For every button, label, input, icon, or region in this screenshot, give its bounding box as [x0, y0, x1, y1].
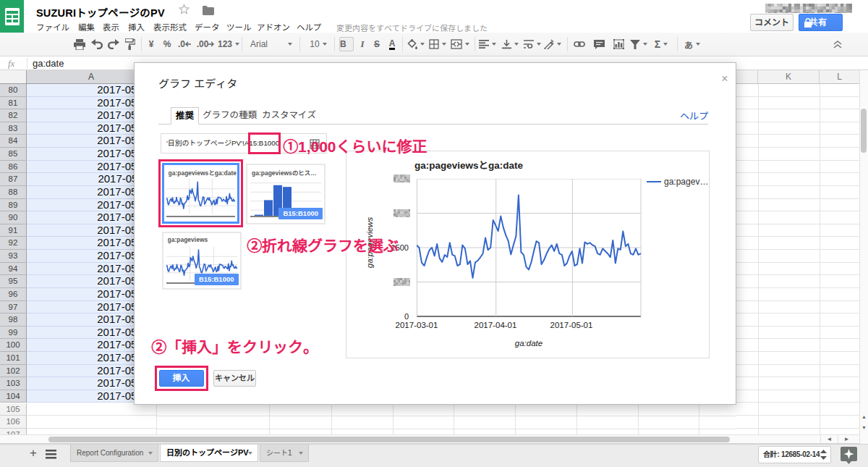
text-color-button[interactable]: A [385, 33, 399, 56]
row-header-102[interactable]: 102 [0, 365, 27, 378]
row-header-107[interactable]: 107 [0, 429, 27, 434]
row-header-90[interactable]: 90 [0, 211, 27, 224]
grid-corner-box[interactable] [0, 70, 27, 84]
font-size-selector[interactable]: 10 [304, 33, 333, 56]
data-range-input[interactable]: '日別のトップページPV'!A15:B1000 [161, 133, 327, 153]
row-header-85[interactable]: 85 [0, 148, 27, 161]
column-header-j-sliver[interactable] [736, 70, 758, 84]
scroll-right-button[interactable]: ► [838, 434, 855, 444]
cell-a105[interactable] [27, 403, 156, 416]
folder-icon[interactable] [203, 5, 214, 18]
row-header-104[interactable]: 104 [0, 390, 27, 403]
menu-1[interactable]: ファイル [36, 21, 69, 33]
paint-format-icon[interactable] [123, 33, 137, 56]
share-button[interactable]: 共有 [799, 14, 843, 31]
menu-2[interactable]: 編集 [78, 21, 95, 33]
row-header-81[interactable]: 81 [0, 97, 27, 110]
row-header-95[interactable]: 95 [0, 275, 27, 288]
suggestion-card-line-date[interactable]: ga:pageviewsとga:date [162, 163, 239, 224]
row-header-84[interactable]: 84 [0, 135, 27, 148]
insert-link-button[interactable] [571, 33, 587, 56]
row-header-88[interactable]: 88 [0, 186, 27, 199]
row-header-80[interactable]: 80 [0, 84, 27, 97]
explore-button[interactable] [841, 447, 857, 464]
number-format-menu[interactable]: 123 [218, 33, 239, 56]
sheets-logo[interactable] [0, 0, 24, 33]
menu-3[interactable]: 表示 [103, 21, 119, 33]
sheet-tab-3[interactable]: シート1 [260, 445, 309, 462]
add-sheet-button[interactable]: + [26, 446, 41, 460]
vertical-align-button[interactable] [501, 33, 519, 56]
print-icon[interactable] [72, 33, 87, 56]
menu-8[interactable]: アドオン [257, 21, 290, 33]
tab-chart-types[interactable]: グラフの種類 [198, 107, 261, 125]
italic-button[interactable]: I [356, 33, 369, 56]
select-range-icon[interactable] [310, 139, 320, 152]
percent-format-icon[interactable]: % [161, 33, 174, 56]
row-header-92[interactable]: 92 [0, 237, 27, 250]
insert-chart-button[interactable] [610, 33, 626, 56]
cancel-button[interactable]: キャンセル [213, 370, 256, 387]
row-header-106[interactable]: 106 [0, 416, 27, 429]
currency-format-icon[interactable]: ¥ [145, 33, 158, 56]
row-header-98[interactable]: 98 [0, 314, 27, 327]
column-header-k[interactable]: K [758, 70, 820, 84]
insert-button[interactable]: 挿入 [159, 370, 204, 387]
horizontal-align-button[interactable] [478, 33, 497, 56]
scroll-left-button[interactable]: ◄ [820, 434, 838, 444]
row-header-93[interactable]: 93 [0, 250, 27, 263]
input-tools-button[interactable]: あ [681, 33, 703, 56]
filter-button[interactable] [629, 33, 648, 56]
row-header-91[interactable]: 91 [0, 224, 27, 237]
decrease-decimal-icon[interactable]: .0 [176, 33, 193, 56]
row-header-87[interactable]: 87 [0, 173, 27, 186]
row-header-96[interactable]: 96 [0, 288, 27, 301]
sum-status-box[interactable]: 合計: 12685-02-14 [758, 446, 831, 463]
row-header-100[interactable]: 100 [0, 339, 27, 352]
tab-customize[interactable]: カスタマイズ [258, 107, 320, 125]
text-wrap-button[interactable] [523, 33, 542, 56]
comments-button[interactable]: コメント [750, 14, 793, 31]
formula-bar-value[interactable]: ga:date [33, 58, 64, 69]
row-header-103[interactable]: 103 [0, 377, 27, 390]
fill-color-button[interactable] [407, 33, 425, 56]
menu-6[interactable]: データ [195, 21, 220, 33]
horizontal-scrollbar-thumb[interactable] [48, 437, 730, 442]
row-header-97[interactable]: 97 [0, 301, 27, 314]
menu-4[interactable]: 挿入 [128, 21, 145, 33]
cell-a107[interactable] [27, 429, 156, 434]
bold-button[interactable]: B [339, 33, 354, 56]
column-header-l[interactable]: L [820, 70, 859, 84]
redo-icon[interactable] [106, 33, 121, 56]
tab-recommended[interactable]: 推奨 [171, 107, 199, 125]
borders-button[interactable] [428, 33, 447, 56]
suggestion-card-line[interactable]: ga:pageviews B15:B1000 [162, 232, 242, 290]
star-icon[interactable] [178, 4, 190, 18]
insert-comment-button[interactable] [591, 33, 607, 56]
row-header-89[interactable]: 89 [0, 199, 27, 212]
scroll-down-button[interactable]: ▼ [859, 422, 868, 433]
close-icon[interactable]: × [718, 72, 732, 86]
row-header-94[interactable]: 94 [0, 263, 27, 276]
help-link[interactable]: ヘルプ [680, 109, 708, 122]
vertical-scrollbar-thumb[interactable] [861, 109, 867, 153]
merge-cells-button[interactable] [450, 33, 470, 56]
functions-button[interactable]: Σ [651, 33, 671, 56]
sheet-tab-1[interactable]: Report Configuration [70, 445, 158, 462]
row-header-86[interactable]: 86 [0, 161, 27, 174]
menu-7[interactable]: ツール [226, 21, 252, 33]
suggestion-card-histogram[interactable]: ga:pageviewsのヒス… B15:B1000 [246, 164, 326, 224]
row-header-101[interactable]: 101 [0, 352, 27, 365]
collapse-toolbar-icon[interactable] [829, 33, 846, 56]
sheet-tab-2[interactable]: 日別のトップページPV [160, 445, 258, 462]
font-family-selector[interactable]: Arial [246, 33, 297, 56]
undo-icon[interactable] [90, 33, 104, 56]
row-header-105[interactable]: 105 [0, 403, 27, 416]
row-header-83[interactable]: 83 [0, 122, 27, 135]
all-sheets-button[interactable] [46, 449, 56, 462]
document-title[interactable]: SUZURIトップページのPV [36, 4, 165, 20]
row-header-99[interactable]: 99 [0, 327, 27, 340]
cell-a106[interactable] [27, 416, 156, 429]
menu-5[interactable]: 表示形式 [153, 21, 187, 33]
scroll-up-button[interactable]: ▲ [859, 411, 868, 422]
